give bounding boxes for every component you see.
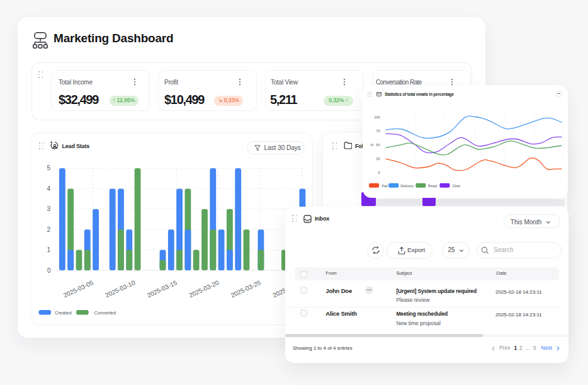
svg-text:Delivery: Delivery <box>400 184 414 188</box>
svg-text:0: 0 <box>378 171 380 175</box>
svg-text:1: 1 <box>47 246 50 253</box>
svg-text:75: 75 <box>376 129 380 133</box>
svg-text:2025-03-15: 2025-03-15 <box>146 279 178 299</box>
svg-text:Fail: Fail <box>382 184 387 188</box>
svg-text:2025-03-20: 2025-03-20 <box>188 279 220 299</box>
svg-text:2: 2 <box>47 226 50 233</box>
svg-text:Read: Read <box>428 184 437 188</box>
svg-text:50: 50 <box>376 143 380 147</box>
svg-text:2025-03-25: 2025-03-25 <box>230 279 262 299</box>
svg-text:0: 0 <box>47 267 51 274</box>
svg-text:2025-03-10: 2025-03-10 <box>104 279 136 299</box>
svg-text:4: 4 <box>47 185 50 192</box>
svg-text:Click: Click <box>452 184 460 188</box>
svg-text:5: 5 <box>47 164 50 171</box>
svg-text:%: % <box>370 143 373 147</box>
svg-text:Converted: Converted <box>94 310 116 316</box>
svg-text:100: 100 <box>374 115 380 119</box>
svg-text:Created: Created <box>55 310 72 316</box>
svg-text:3: 3 <box>47 205 50 212</box>
svg-text:2025-03-05: 2025-03-05 <box>62 279 94 299</box>
svg-text:25: 25 <box>376 157 380 161</box>
